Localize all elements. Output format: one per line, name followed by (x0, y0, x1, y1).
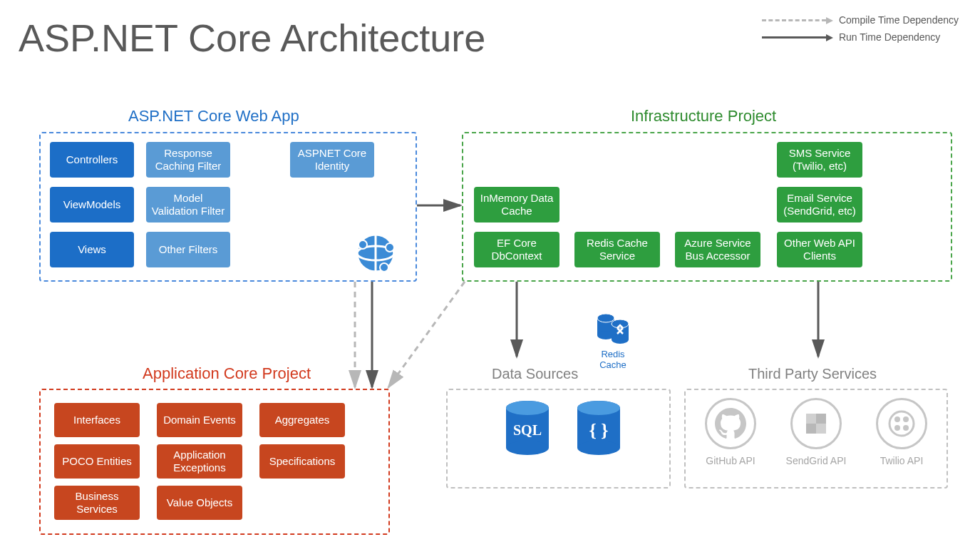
chip-application-exceptions: Application Exceptions (157, 444, 242, 479)
chip-ef-core-dbcontext: EF Core DbContext (474, 232, 559, 267)
section-title-webapp: ASP.NET Core Web App (128, 107, 299, 126)
svg-point-30 (903, 416, 909, 422)
svg-point-3 (359, 240, 367, 249)
section-title-thirdparty: Third Party Services (748, 366, 877, 382)
svg-point-28 (889, 411, 914, 436)
redis-cache-label: Redis Cache (592, 349, 634, 370)
svg-text:SQL: SQL (513, 422, 542, 438)
chip-controllers: Controllers (50, 142, 134, 178)
svg-point-31 (894, 425, 900, 431)
svg-point-17 (506, 401, 549, 415)
chip-sms-service: SMS Service (Twilio, etc) (777, 142, 862, 178)
chip-interfaces: Interfaces (54, 403, 140, 437)
section-title-datasources: Data Sources (492, 366, 578, 382)
chip-other-web-api-clients: Other Web API Clients (777, 232, 862, 267)
chip-poco-entities: POCO Entities (54, 444, 140, 479)
svg-rect-25 (816, 424, 826, 434)
container-datasources (446, 389, 671, 489)
chip-redis-cache-service: Redis Cache Service (574, 232, 660, 267)
chip-other-filters: Other Filters (146, 232, 230, 267)
chip-email-service: Email Service (SendGrid, etc) (777, 187, 862, 223)
github-api-icon: GitHub API (695, 398, 766, 466)
legend-compile: Compile Time Dependency (762, 14, 959, 26)
sendgrid-api-label: SendGrid API (780, 455, 852, 466)
chip-azure-service-bus: Azure Service Bus Accessor (675, 232, 760, 267)
section-title-core: Application Core Project (143, 364, 311, 383)
svg-rect-24 (806, 414, 816, 424)
chip-aspnet-core-identity: ASPNET Core Identity (290, 142, 374, 178)
github-api-label: GitHub API (695, 455, 766, 466)
chip-inmemory-data-cache: InMemory Data Cache (474, 187, 559, 223)
section-title-infra: Infrastructure Project (631, 107, 776, 126)
chip-response-caching-filter: Response Caching Filter (146, 142, 230, 178)
svg-rect-27 (806, 424, 816, 434)
legend: Compile Time Dependency Run Time Depende… (762, 14, 959, 48)
svg-point-16 (506, 441, 549, 455)
twilio-api-icon: Twilio API (866, 398, 937, 466)
diagram-title: ASP.NET Core Architecture (19, 16, 485, 60)
redis-cache-icon: Redis Cache (592, 312, 634, 370)
svg-point-5 (380, 263, 388, 272)
svg-text:{ }: { } (589, 420, 609, 441)
legend-runtime: Run Time Dependency (762, 31, 959, 43)
chip-business-services: Business Services (54, 486, 140, 520)
legend-compile-label: Compile Time Dependency (839, 14, 959, 26)
svg-point-22 (577, 401, 620, 415)
svg-point-29 (894, 416, 900, 422)
sendgrid-api-icon: SendGrid API (780, 398, 852, 466)
svg-point-21 (577, 441, 620, 455)
twilio-api-label: Twilio API (866, 455, 937, 466)
solid-arrow-icon (762, 36, 826, 39)
sql-database-icon: SQL (499, 399, 556, 459)
svg-point-4 (386, 243, 394, 252)
json-database-icon: { } (570, 399, 627, 459)
chip-aggregates: Aggregates (259, 403, 345, 437)
chip-viewmodels: ViewModels (50, 187, 134, 223)
svg-point-32 (903, 425, 909, 431)
chip-value-objects: Value Objects (157, 486, 242, 520)
chip-views: Views (50, 232, 134, 267)
svg-point-12 (612, 335, 629, 344)
chip-domain-events: Domain Events (157, 403, 242, 437)
dashed-arrow-icon (762, 19, 826, 21)
legend-runtime-label: Run Time Dependency (839, 31, 940, 43)
globe-network-icon (354, 232, 397, 275)
chip-model-validation-filter: Model Validation Filter (146, 187, 230, 223)
svg-rect-26 (816, 414, 826, 424)
arrow-infra-to-core-compile (388, 282, 465, 387)
chip-specifications: Specifications (259, 444, 345, 479)
